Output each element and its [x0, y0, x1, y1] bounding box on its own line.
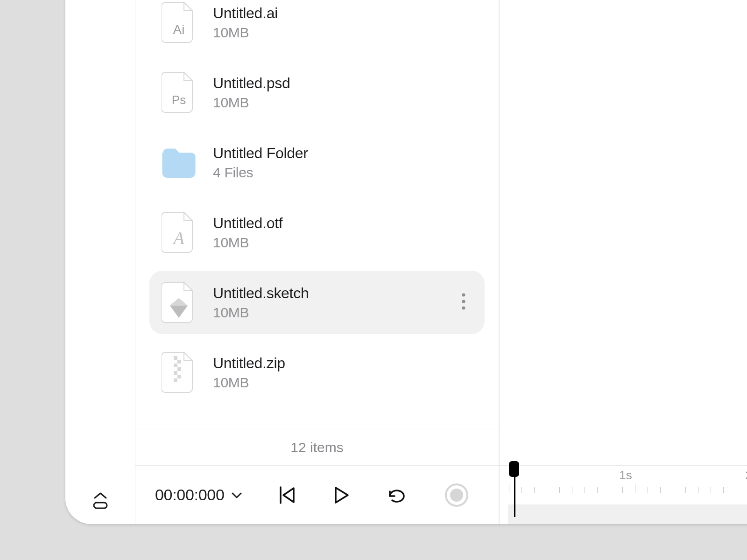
file-row[interactable]: Untitled Folder 4 Files [149, 131, 485, 194]
file-size: 10MB [213, 235, 473, 251]
svg-rect-10 [177, 367, 181, 371]
svg-rect-8 [177, 360, 181, 364]
timeline-label: 1s [619, 468, 632, 483]
file-row[interactable]: Untitled.zip 10MB [149, 341, 485, 404]
file-count: 4 Files [213, 165, 473, 181]
chevron-down-icon [231, 491, 242, 499]
svg-rect-7 [174, 356, 177, 360]
eject-button[interactable] [88, 490, 113, 513]
file-name: Untitled Folder [213, 145, 473, 162]
app-window: Ai Untitled.ai 10MB Ps [65, 0, 747, 524]
file-name: Untitled.otf [213, 215, 473, 232]
svg-text:Ai: Ai [173, 22, 185, 37]
file-name: Untitled.sketch [213, 285, 438, 302]
playback-bar: 00:00:000 [135, 465, 499, 524]
skip-back-button[interactable] [278, 485, 296, 505]
more-options-button[interactable] [454, 288, 473, 316]
sketch-file-icon [161, 281, 197, 324]
tool-strip [65, 0, 135, 524]
file-row[interactable]: Ai Untitled.ai 10MB [149, 0, 485, 54]
svg-point-5 [462, 300, 465, 303]
file-size: 10MB [213, 375, 473, 391]
file-size: 10MB [213, 25, 473, 41]
file-row-selected[interactable]: Untitled.sketch 10MB [149, 271, 485, 334]
svg-text:Ps: Ps [172, 93, 186, 107]
svg-rect-0 [94, 503, 107, 508]
file-size: 10MB [213, 95, 473, 111]
svg-rect-13 [174, 378, 177, 382]
folder-icon [161, 141, 197, 184]
play-button[interactable] [332, 485, 351, 505]
zip-file-icon [161, 351, 197, 394]
timeline-playhead[interactable] [509, 461, 520, 517]
loop-button[interactable] [386, 486, 409, 504]
svg-rect-11 [174, 371, 177, 375]
timeline-label: 2s [745, 468, 747, 483]
font-file-icon: A [161, 211, 197, 254]
status-bar: 12 items [135, 429, 499, 465]
timeline-panel[interactable]: 1s 2s [500, 465, 747, 524]
svg-rect-9 [174, 364, 177, 367]
psd-file-icon: Ps [161, 71, 197, 114]
file-panel: Ai Untitled.ai 10MB Ps [135, 0, 500, 524]
time-value: 00:00:000 [155, 486, 225, 504]
svg-point-6 [462, 307, 465, 310]
svg-text:A: A [172, 228, 184, 248]
time-display[interactable]: 00:00:000 [155, 486, 242, 504]
ai-file-icon: Ai [161, 1, 197, 44]
file-row[interactable]: A Untitled.otf 10MB [149, 201, 485, 264]
file-name: Untitled.ai [213, 5, 473, 22]
file-name: Untitled.psd [213, 75, 473, 92]
svg-point-4 [462, 294, 465, 297]
item-count: 12 items [290, 440, 343, 455]
file-row[interactable]: Ps Untitled.psd 10MB [149, 61, 485, 124]
timeline-track[interactable] [508, 504, 747, 524]
record-button[interactable] [445, 483, 468, 507]
svg-rect-12 [177, 375, 181, 378]
file-name: Untitled.zip [213, 355, 473, 372]
file-size: 10MB [213, 305, 438, 321]
file-list: Ai Untitled.ai 10MB Ps [135, 0, 499, 429]
timeline-ruler: 1s 2s [500, 466, 747, 493]
